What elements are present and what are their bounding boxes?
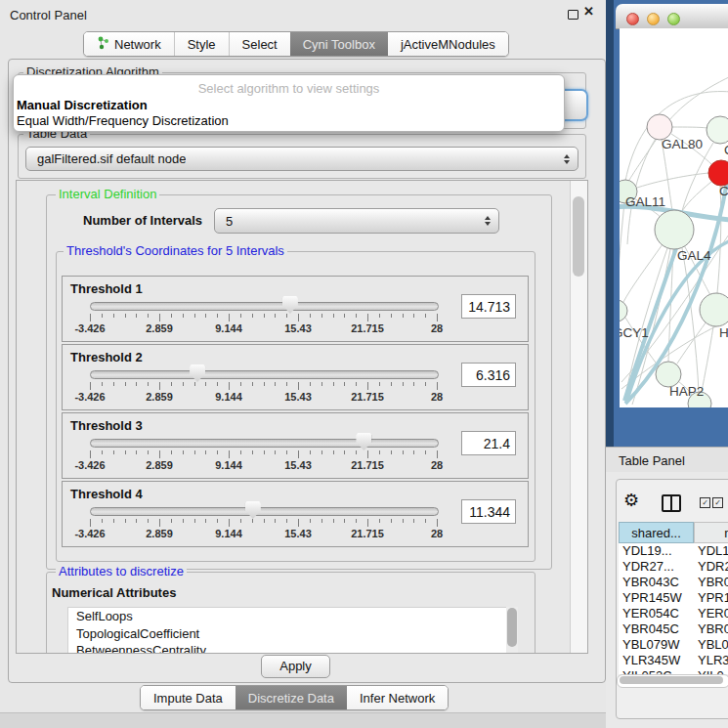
tick-label: 15.43 [284,391,312,403]
tab-label: Infer Network [360,691,435,706]
table-row[interactable]: YBR045CYBR0 [619,621,728,637]
settings-vertical-scrollbar[interactable] [570,181,587,653]
tick-mark [403,314,404,318]
node-label-gal4: GAL4 [677,248,711,263]
tab-discretize-data[interactable]: Discretize Data [236,686,347,709]
threshold-1-panel: Threshold 1-3.4262.8599.14415.4321.71528… [62,276,529,342]
tick-mark [356,519,357,523]
slider-thumb[interactable] [356,433,371,450]
gear-icon[interactable]: ⚙ [623,490,639,510]
node-gal4[interactable] [655,210,694,249]
tab-select[interactable]: Select [229,32,290,56]
slider-track[interactable] [90,370,439,379]
numerical-attributes-list[interactable]: SelfLoopsTopologicalCoefficientBetweenne… [67,607,508,654]
close-icon[interactable]: ✕ [583,4,594,19]
table-row[interactable]: YPR145WYPR1 [619,590,728,606]
mac-close-icon[interactable] [626,13,639,25]
algorithm-option-equal-width-frequency-discretization[interactable]: Equal Width/Frequency Discretization [14,113,564,129]
tick-label: 9.144 [215,459,242,471]
cell-name: YBR0 [694,621,728,637]
slider-thumb[interactable] [282,296,298,314]
column-header-name[interactable]: na [694,522,728,543]
slider-track[interactable] [90,507,439,516]
attribute-item-topologicalcoefficient[interactable]: TopologicalCoefficient [68,625,507,643]
tab-label: Cyni Toolbox [303,37,375,52]
tick-mark [437,382,438,390]
node-upper-right[interactable] [707,116,728,144]
tick-mark [252,450,253,454]
table-horizontal-scrollbar[interactable] [617,674,728,688]
cell-name: YPR1 [694,590,728,606]
tick-label: 9.144 [215,391,242,403]
mac-zoom-icon[interactable] [667,13,680,25]
tick-mark [159,314,160,321]
select-none-check-icon[interactable]: ✓ [712,497,723,508]
tick-mark [229,519,230,527]
select-all-check-icon[interactable]: ✓ [700,497,710,508]
threshold-value-field[interactable]: 6.316 [461,363,516,387]
tick-mark [275,519,276,523]
tick-label: 28 [431,391,443,403]
tab-label: jActiveMNodules [401,37,495,52]
tick-mark [252,314,253,318]
tick-label: 2.859 [146,459,173,471]
tab-jactivemnodules[interactable]: jActiveMNodules [388,32,508,56]
tab-impute-data[interactable]: Impute Data [141,686,236,709]
node-label-h: H [719,325,728,340]
network-icon [97,36,109,53]
tick-mark [367,519,368,527]
table-row[interactable]: YDR27...YDR2 [619,559,728,575]
tick-label: 21.715 [351,459,384,471]
tick-label: 21.715 [351,528,384,539]
cell-name: YDR2 [694,559,728,575]
cell-name: YLR3 [694,653,728,668]
slider-thumb[interactable] [245,501,261,519]
network-window-edge [606,0,614,447]
table-rows[interactable]: YDL19...YDL1YDR27...YDR2YBR043CYBR0YPR14… [619,543,728,674]
tick-mark [333,519,334,523]
table-row[interactable]: YBR043CYBR0 [619,575,728,590]
tick-mark [102,314,103,318]
scrollbar-thumb[interactable] [620,676,723,684]
table-row[interactable]: YBL079WYBL0 [619,637,728,653]
slider-track[interactable] [90,302,439,311]
network-canvas[interactable]: GAL80GGAL11CGAL4GCY1HHAP2 [620,28,728,407]
mac-minimize-icon[interactable] [647,13,660,25]
algorithm-dropdown-popup: Select algorithm to view settings Manual… [13,74,565,132]
table-row[interactable]: YLR345WYLR3 [619,653,728,668]
table-row[interactable]: YER054CYER0 [619,606,728,621]
attributes-list-scrollbar[interactable] [506,607,518,653]
tab-cyni-toolbox[interactable]: Cyni Toolbox [290,32,388,56]
threshold-value-field[interactable]: 11.344 [461,499,516,524]
attribute-item-betweennesscentrality[interactable]: BetweennessCentrality [68,642,507,654]
split-columns-icon[interactable] [662,494,681,512]
tick-mark [344,519,345,523]
apply-button[interactable]: Apply [261,655,330,678]
table-data-combo[interactable]: galFiltered.sif default node [25,147,578,171]
node-label-hap2: HAP2 [669,384,704,399]
tab-infer-network[interactable]: Infer Network [347,686,448,709]
tick-mark [183,450,184,454]
tick-label: 28 [431,528,443,539]
threshold-value-field[interactable]: 21.4 [461,431,516,455]
algorithm-option-manual-discretization[interactable]: Manual Discretization [14,98,564,113]
table-row[interactable]: YDL19...YDL1 [619,543,728,559]
slider-track[interactable] [90,439,439,448]
number-of-intervals-combo[interactable]: 5 [214,208,499,234]
tick-mark [333,382,334,386]
tick-mark [275,382,276,386]
tick-label: 15.43 [284,322,312,334]
tick-mark [229,382,230,390]
scrollbar-thumb[interactable] [573,196,584,277]
tab-network[interactable]: Network [84,32,174,56]
slider-thumb[interactable] [190,364,205,382]
column-header-shared-name[interactable]: shared... [619,522,694,543]
tick-mark [205,450,206,454]
node-right-mid[interactable] [700,293,728,326]
float-window-icon[interactable] [568,10,578,20]
threshold-value-field[interactable]: 14.713 [461,294,516,319]
threshold-label: Threshold 1 [70,281,143,296]
attribute-item-selfloops[interactable]: SelfLoops [68,608,507,625]
tab-label: Network [114,37,161,52]
tab-style[interactable]: Style [174,32,229,56]
